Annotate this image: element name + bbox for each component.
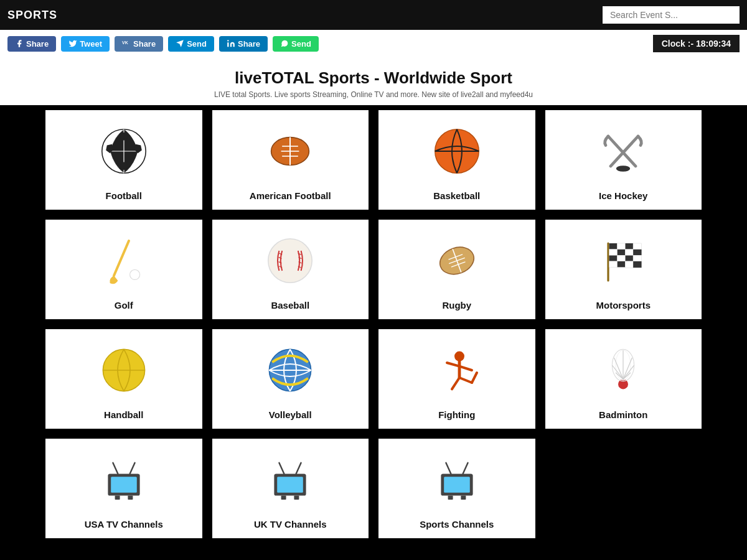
svg-line-61 bbox=[452, 378, 459, 389]
page-subtitle: LIVE total Sports. Live sports Streaming… bbox=[7, 90, 740, 99]
sport-label-sports-channels: Sports Channels bbox=[420, 519, 494, 530]
usa-tv-icon bbox=[99, 452, 149, 508]
whatsapp-send-label: Send bbox=[291, 39, 311, 49]
svg-rect-44 bbox=[633, 261, 642, 268]
rugby-icon bbox=[432, 233, 482, 289]
sport-card-uk-tv[interactable]: UK TV Channels bbox=[212, 439, 369, 538]
sport-label-usa-tv: USA TV Channels bbox=[85, 519, 163, 530]
sport-label-volleyball: Volleyball bbox=[269, 409, 312, 420]
svg-line-74 bbox=[113, 463, 118, 474]
vk-share-label: Share bbox=[133, 39, 156, 49]
clock-display: Clock :- 18:09:34 bbox=[653, 35, 740, 52]
svg-rect-85 bbox=[294, 496, 299, 500]
badminton-icon bbox=[598, 342, 648, 398]
svg-line-63 bbox=[472, 373, 477, 383]
sport-label-basketball: Basketball bbox=[433, 190, 480, 201]
svg-point-1 bbox=[227, 40, 228, 41]
facebook-share-label: Share bbox=[26, 39, 49, 49]
svg-rect-84 bbox=[281, 496, 286, 500]
svg-rect-40 bbox=[633, 250, 642, 256]
svg-point-21 bbox=[268, 239, 312, 282]
telegram-send-button[interactable]: Send bbox=[168, 36, 214, 52]
golf-icon bbox=[99, 233, 149, 289]
sport-label-golf: Golf bbox=[115, 300, 133, 310]
svg-rect-37 bbox=[609, 243, 618, 250]
page-title-area: liveTOTAL Sports - Worldwide Sport LIVE … bbox=[0, 57, 747, 105]
sport-card-baseball[interactable]: Baseball bbox=[212, 220, 369, 319]
svg-rect-39 bbox=[618, 250, 626, 256]
sport-card-sports-channels[interactable]: Sports Channels bbox=[378, 439, 535, 538]
svg-rect-47 bbox=[609, 250, 618, 256]
svg-rect-51 bbox=[609, 261, 618, 268]
svg-rect-52 bbox=[625, 261, 633, 268]
sport-card-handball[interactable]: Handball bbox=[45, 329, 202, 429]
sport-card-rugby[interactable]: Rugby bbox=[378, 220, 535, 319]
football-icon bbox=[99, 123, 149, 179]
fighting-icon bbox=[432, 342, 482, 398]
svg-line-17 bbox=[611, 136, 638, 166]
svg-point-57 bbox=[454, 352, 464, 362]
handball-icon bbox=[99, 342, 149, 398]
baseball-icon bbox=[265, 233, 315, 289]
linkedin-share-label: Share bbox=[238, 39, 260, 49]
svg-point-20 bbox=[129, 269, 139, 279]
sport-card-usa-tv[interactable]: USA TV Channels bbox=[45, 439, 202, 538]
basketball-icon bbox=[432, 123, 482, 179]
sports-grid: Football American Football Basketball bbox=[0, 105, 747, 543]
ice-hockey-icon bbox=[598, 123, 648, 179]
svg-rect-43 bbox=[618, 261, 626, 268]
svg-rect-91 bbox=[461, 496, 466, 500]
sport-label-ice-hockey: Ice Hockey bbox=[599, 190, 647, 201]
header: SPORTS bbox=[0, 0, 747, 30]
svg-rect-38 bbox=[625, 243, 633, 250]
svg-text:VK: VK bbox=[122, 40, 128, 45]
facebook-share-button[interactable]: Share bbox=[7, 36, 56, 52]
svg-rect-79 bbox=[128, 496, 133, 500]
svg-rect-90 bbox=[448, 496, 453, 500]
svg-line-86 bbox=[446, 463, 451, 474]
svg-point-18 bbox=[616, 166, 630, 172]
sport-label-motorsports: Motorsports bbox=[596, 300, 651, 310]
sports-channels-icon bbox=[432, 452, 482, 508]
svg-line-87 bbox=[463, 463, 467, 474]
svg-rect-45 bbox=[618, 243, 626, 250]
uk-tv-icon bbox=[265, 452, 315, 508]
sport-card-motorsports[interactable]: Motorsports bbox=[545, 220, 702, 319]
linkedin-share-button[interactable]: Share bbox=[219, 36, 268, 52]
site-logo: SPORTS bbox=[7, 9, 57, 22]
svg-line-19 bbox=[114, 241, 129, 276]
social-bar: Share Tweet VK Share Send Share Send Clo… bbox=[0, 30, 747, 57]
svg-rect-50 bbox=[633, 255, 642, 261]
whatsapp-send-button[interactable]: Send bbox=[273, 36, 319, 52]
twitter-tweet-button[interactable]: Tweet bbox=[61, 36, 110, 52]
sport-card-golf[interactable]: Golf bbox=[45, 220, 202, 319]
svg-line-59 bbox=[447, 363, 459, 366]
svg-line-80 bbox=[280, 463, 284, 474]
sport-card-basketball[interactable]: Basketball bbox=[378, 110, 535, 210]
telegram-send-label: Send bbox=[187, 39, 207, 49]
sport-card-american-football[interactable]: American Football bbox=[212, 110, 369, 210]
svg-rect-89 bbox=[444, 477, 470, 493]
sport-card-volleyball[interactable]: Volleyball bbox=[212, 329, 369, 429]
american-football-icon bbox=[265, 123, 315, 179]
motorsports-icon bbox=[598, 233, 648, 289]
svg-line-16 bbox=[608, 136, 636, 166]
sport-card-badminton[interactable]: Badminton bbox=[545, 329, 702, 429]
volleyball-icon bbox=[265, 342, 315, 398]
sport-label-american-football: American Football bbox=[250, 190, 331, 201]
sport-card-fighting[interactable]: Fighting bbox=[378, 329, 535, 429]
svg-line-62 bbox=[459, 378, 472, 383]
sport-label-fighting: Fighting bbox=[438, 409, 475, 420]
vk-share-button[interactable]: VK Share bbox=[115, 36, 163, 52]
sport-label-football: Football bbox=[106, 190, 142, 201]
twitter-tweet-label: Tweet bbox=[80, 39, 102, 49]
svg-rect-41 bbox=[609, 255, 618, 261]
svg-rect-83 bbox=[277, 477, 303, 493]
svg-line-81 bbox=[296, 463, 301, 474]
svg-rect-46 bbox=[633, 243, 642, 250]
sport-card-ice-hockey[interactable]: Ice Hockey bbox=[545, 110, 702, 210]
search-input[interactable] bbox=[603, 6, 740, 24]
sport-card-football[interactable]: Football bbox=[45, 110, 202, 210]
svg-rect-42 bbox=[625, 255, 633, 261]
sport-label-handball: Handball bbox=[104, 409, 143, 420]
